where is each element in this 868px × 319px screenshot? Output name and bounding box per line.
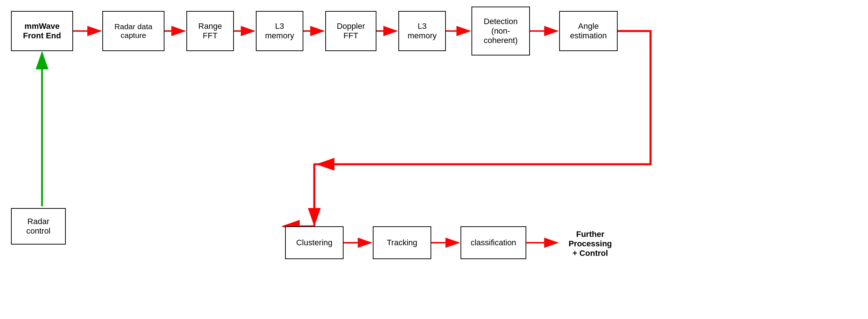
block-l3-memory-2: L3memory	[398, 11, 446, 51]
block-clustering: Clustering	[285, 226, 344, 259]
block-mmwave: mmWave Front End	[11, 11, 73, 51]
block-classification: classification	[460, 226, 526, 259]
block-further-processing: FurtherProcessing+ Control	[559, 223, 621, 265]
block-angle-estimation: Angleestimation	[559, 11, 618, 51]
block-tracking: Tracking	[373, 226, 431, 259]
block-detection: Detection(non-coherent)	[471, 7, 530, 55]
block-l3-memory-1: L3memory	[256, 11, 303, 51]
block-range-fft: RangeFFT	[186, 11, 234, 51]
block-doppler-fft: DopplerFFT	[325, 11, 376, 51]
block-radar-capture: Radar datacapture	[102, 11, 164, 51]
block-radar-control: Radarcontrol	[11, 208, 66, 245]
diagram-container: mmWave Front End Radar datacapture Range…	[0, 0, 868, 319]
